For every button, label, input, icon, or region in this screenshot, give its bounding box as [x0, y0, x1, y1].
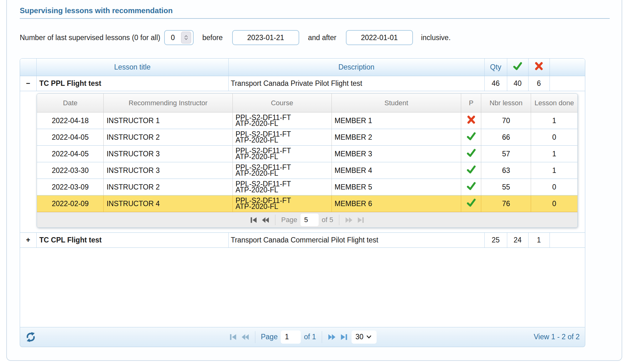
- student-cell: MEMBER 3: [331, 146, 461, 162]
- page-label: Page: [261, 333, 278, 341]
- view-range-label: View 1 - 2 of 2: [534, 333, 580, 341]
- empty-column-header: [550, 59, 585, 76]
- course-cell: PPL-S2-DF11-FTATP-2020-FL: [232, 146, 331, 162]
- student-column-header[interactable]: Student: [331, 94, 461, 112]
- fail-count-cell: 1: [528, 233, 550, 248]
- expander-column-header: [20, 59, 36, 76]
- description-column-header[interactable]: Description: [228, 59, 484, 76]
- subgrid-first-page-icon[interactable]: [249, 216, 258, 224]
- lesson-done-column-header[interactable]: Lesson done: [531, 94, 577, 112]
- lesson-title-column-header[interactable]: Lesson title: [36, 59, 228, 76]
- content-panel: Supervising lessons with recommendation …: [6, 0, 622, 361]
- recommendation-status-cell: [461, 162, 481, 179]
- fail-column-header[interactable]: [528, 59, 550, 76]
- page-title: Supervising lessons with recommendation: [20, 6, 610, 19]
- check-icon: [467, 198, 476, 209]
- lesson-title-cell: TC CPL Flight test: [36, 233, 228, 248]
- grid-pager: Page of 1 30 View 1 - 2 of 2: [20, 327, 585, 347]
- lesson-row-tc-cpl[interactable]: + TC CPL Flight test Transport Canada Co…: [20, 233, 585, 248]
- collapse-row-button[interactable]: −: [20, 76, 36, 91]
- chevron-down-icon: [366, 334, 372, 340]
- nbr-lesson-column-header[interactable]: Nbr lesson: [481, 94, 531, 112]
- subgrid-last-page-icon[interactable]: [357, 216, 365, 224]
- nbr-lesson-cell: 63: [481, 162, 531, 179]
- fail-count-cell: 6: [528, 76, 550, 91]
- date-cell: 2022-03-09: [37, 179, 104, 195]
- page-size-select[interactable]: 30: [352, 330, 377, 344]
- nbr-lesson-cell: 57: [481, 146, 531, 162]
- pass-column-header[interactable]: [507, 59, 528, 76]
- nbr-lesson-cell: 76: [481, 195, 531, 212]
- page-of-label: of 1: [304, 333, 316, 341]
- date-cell: 2022-03-30: [37, 162, 104, 179]
- before-date-input[interactable]: [232, 30, 299, 45]
- course-column-header[interactable]: Course: [232, 94, 331, 112]
- instructor-cell: INSTRUCTOR 3: [104, 146, 232, 162]
- recommendations-subgrid: Date Recommending Instructor Course Stud…: [37, 93, 578, 228]
- subgrid-page-input[interactable]: [300, 214, 319, 226]
- lesson-done-cell: 1: [531, 146, 577, 162]
- prev-page-icon[interactable]: [240, 333, 249, 341]
- subgrid-prev-page-icon[interactable]: [261, 216, 269, 224]
- after-date-input[interactable]: [346, 30, 413, 45]
- next-page-icon[interactable]: [328, 333, 336, 341]
- stepper-up-down-buttons[interactable]: [181, 32, 191, 44]
- last-page-icon[interactable]: [340, 333, 348, 341]
- date-cell: 2022-04-05: [37, 129, 104, 146]
- check-icon: [467, 148, 476, 159]
- subgrid-row[interactable]: 2022-04-05INSTRUCTOR 2PPL-S2-DF11-FTATP-…: [37, 129, 577, 146]
- recommendation-status-cell: [461, 146, 481, 162]
- date-column-header[interactable]: Date: [37, 94, 104, 112]
- qty-column-header[interactable]: Qty: [484, 59, 507, 76]
- empty-cell: [550, 233, 585, 248]
- student-cell: MEMBER 1: [331, 112, 461, 129]
- empty-cell: [550, 76, 585, 91]
- instructor-cell: INSTRUCTOR 4: [104, 195, 232, 212]
- divider: [339, 215, 339, 225]
- subgrid-pager: Page of 5: [37, 212, 577, 227]
- lessons-count-input[interactable]: [165, 34, 181, 42]
- subgrid-row[interactable]: 2022-04-18INSTRUCTOR 1PPL-S2-DF11-FTATP-…: [37, 112, 577, 129]
- instructor-column-header[interactable]: Recommending Instructor: [104, 94, 232, 112]
- lesson-row-tc-ppl[interactable]: − TC PPL Flight test Transport Canada Pr…: [20, 76, 585, 91]
- subgrid-page-of-label: of 5: [322, 216, 333, 224]
- cross-icon: [534, 61, 544, 71]
- course-cell: PPL-S2-DF11-FTATP-2020-FL: [232, 162, 331, 179]
- student-cell: MEMBER 5: [331, 179, 461, 195]
- subgrid-page-label: Page: [281, 216, 297, 224]
- page-input[interactable]: [281, 330, 301, 344]
- lesson-done-cell: 0: [531, 195, 577, 212]
- subgrid-next-page-icon[interactable]: [345, 216, 353, 224]
- subgrid-row[interactable]: 2022-03-09INSTRUCTOR 2PPL-S2-DF11-FTATP-…: [37, 179, 577, 195]
- and-after-label: and after: [308, 34, 336, 42]
- divider: [255, 331, 255, 343]
- cross-icon: [467, 115, 476, 126]
- lessons-count-label: Number of last supervised lessons (0 for…: [20, 34, 160, 42]
- qty-cell: 25: [484, 233, 507, 248]
- subgrid-row[interactable]: 2022-04-05INSTRUCTOR 3PPL-S2-DF11-FTATP-…: [37, 146, 577, 162]
- stepper-chevrons-icon: [184, 35, 188, 40]
- check-icon: [467, 132, 476, 143]
- lesson-done-cell: 1: [531, 112, 577, 129]
- divider: [275, 215, 275, 225]
- subgrid-row[interactable]: 2022-02-09INSTRUCTOR 4PPL-S2-DF11-FTATP-…: [37, 195, 577, 212]
- filter-bar: Number of last supervised lessons (0 for…: [20, 30, 610, 45]
- nbr-lesson-cell: 70: [481, 112, 531, 129]
- date-cell: 2022-04-05: [37, 146, 104, 162]
- refresh-icon[interactable]: [25, 332, 36, 342]
- lessons-grid: Lesson title Description Qty: [20, 58, 585, 347]
- expand-row-button[interactable]: +: [20, 233, 36, 248]
- student-cell: MEMBER 2: [331, 129, 461, 146]
- subgrid-row[interactable]: 2022-03-30INSTRUCTOR 3PPL-S2-DF11-FTATP-…: [37, 162, 577, 179]
- grid-header-row: Lesson title Description Qty: [20, 59, 585, 76]
- p-column-header[interactable]: P: [461, 94, 481, 112]
- course-cell: PPL-S2-DF11-FTATP-2020-FL: [232, 129, 331, 146]
- instructor-cell: INSTRUCTOR 2: [104, 129, 232, 146]
- nbr-lesson-cell: 55: [481, 179, 531, 195]
- before-label: before: [202, 34, 223, 42]
- pass-count-cell: 40: [507, 76, 528, 91]
- date-cell: 2022-02-09: [37, 195, 104, 212]
- lessons-count-stepper[interactable]: [164, 30, 194, 45]
- first-page-icon[interactable]: [228, 333, 237, 341]
- lesson-done-cell: 1: [531, 162, 577, 179]
